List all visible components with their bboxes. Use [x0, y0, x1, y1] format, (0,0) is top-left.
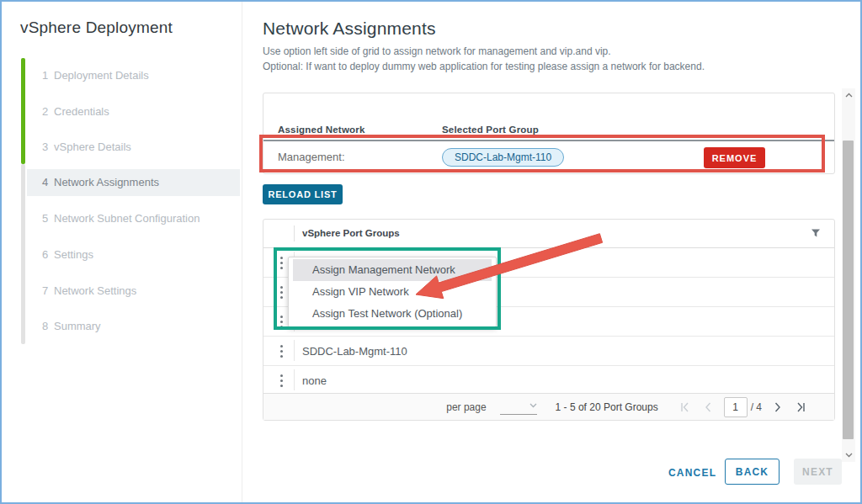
pagination-bar: per page 1 - 5 of 20 Port Groups / 4 [263, 393, 834, 420]
step-number: 5 [42, 207, 48, 231]
scrollbar-thumb[interactable] [843, 141, 854, 439]
row-divider [294, 369, 295, 390]
row-divider [294, 340, 295, 361]
step-label: Deployment Details [54, 64, 149, 88]
step-label: Network Settings [54, 279, 136, 303]
sidebar: vSphere Deployment 1 Deployment Details … [2, 2, 242, 502]
page-description-line1: Use option left side of grid to assign n… [263, 45, 611, 57]
menu-item-assign-management-network[interactable]: Assign Management Network [293, 259, 492, 281]
step-label: vSphere Details [54, 135, 131, 159]
step-label: Settings [54, 243, 93, 267]
column-header-selected-port-group: Selected Port Group [442, 125, 539, 135]
remove-button[interactable]: REMOVE [704, 147, 765, 168]
row-actions-kebab-icon[interactable] [278, 285, 286, 299]
per-page-select[interactable] [500, 400, 537, 415]
assigned-network-row: Management: SDDC-Lab-Mgmt-110 REMOVE [263, 140, 834, 173]
last-page-icon [795, 402, 806, 412]
menu-item-assign-vip-network[interactable]: Assign VIP Network [293, 281, 492, 303]
reload-list-button[interactable]: RELOAD LIST [263, 184, 343, 204]
table-row[interactable]: none [263, 365, 834, 395]
row-actions-kebab-icon[interactable] [278, 315, 286, 328]
column-header-assigned-network: Assigned Network [278, 125, 365, 135]
sidebar-item-network-subnet-configuration[interactable]: 5 Network Subnet Configuration [27, 207, 240, 231]
chevron-down-icon [529, 403, 537, 408]
row-actions-kebab-icon[interactable] [278, 344, 286, 358]
port-group-pill: SDDC-Lab-Mgmt-110 [442, 148, 564, 167]
first-page-icon [680, 402, 691, 412]
page-description-line2: Optional: If want to deploy dummy web ap… [263, 61, 705, 72]
assign-network-context-menu: Assign Management Network Assign VIP Net… [288, 257, 497, 327]
sidebar-item-deployment-details[interactable]: 1 Deployment Details [27, 64, 240, 88]
wizard-title: vSphere Deployment [20, 19, 173, 37]
step-number: 2 [42, 100, 48, 124]
assigned-network-card: Assigned Network Selected Port Group Man… [263, 93, 835, 174]
chevron-right-icon [774, 402, 782, 412]
filter-icon[interactable] [811, 228, 821, 238]
sidebar-item-settings[interactable]: 6 Settings [27, 243, 240, 267]
step-label: Network Subnet Configuration [54, 207, 200, 231]
table-row[interactable]: SDDC-Lab-Mgmt-110 [263, 336, 834, 366]
back-button[interactable]: BACK [725, 459, 780, 485]
row-actions-kebab-icon[interactable] [278, 374, 286, 387]
sidebar-item-vsphere-details[interactable]: 3 vSphere Details [27, 135, 240, 159]
step-number: 3 [42, 135, 48, 159]
row-actions-kebab-icon[interactable] [278, 256, 286, 269]
step-number: 6 [42, 243, 48, 267]
next-page-button[interactable] [771, 401, 785, 414]
wizard-window: vSphere Deployment 1 Deployment Details … [0, 0, 862, 504]
page-number-input[interactable] [724, 397, 748, 417]
step-number: 8 [42, 315, 48, 338]
network-role-label: Management: [278, 151, 345, 163]
vertical-scrollbar[interactable] [842, 88, 855, 462]
last-page-button[interactable] [793, 401, 806, 414]
port-group-name: none [302, 374, 327, 386]
next-button[interactable]: NEXT [794, 459, 842, 485]
scroll-down-button[interactable] [842, 448, 855, 462]
sidebar-item-credentials[interactable]: 2 Credentials [27, 100, 240, 124]
sidebar-item-network-settings[interactable]: 7 Network Settings [27, 279, 240, 303]
chevron-down-icon [845, 453, 853, 458]
step-number: 1 [42, 64, 48, 88]
step-label: Network Assignments [54, 169, 159, 196]
progress-bar-completed [21, 58, 25, 164]
chevron-left-icon [704, 402, 712, 412]
table-title: vSphere Port Groups [302, 228, 400, 238]
chevron-up-icon [845, 93, 853, 98]
port-group-name: SDDC-Lab-Mgmt-110 [302, 344, 407, 357]
page-title: Network Assignments [263, 19, 436, 39]
progress-bar-remaining [21, 164, 25, 344]
step-number: 4 [42, 169, 48, 196]
per-page-label: per page [446, 401, 486, 413]
step-label: Summary [54, 315, 101, 338]
step-label: Credentials [54, 100, 109, 124]
total-pages-label: / 4 [751, 401, 762, 413]
cancel-button[interactable]: CANCEL [663, 461, 712, 485]
menu-item-assign-test-network[interactable]: Assign Test Network (Optional) [293, 303, 492, 325]
sidebar-item-network-assignments[interactable]: 4 Network Assignments [27, 169, 240, 196]
header-divider [294, 225, 295, 241]
sidebar-item-summary[interactable]: 8 Summary [27, 315, 240, 338]
scroll-up-button[interactable] [842, 88, 855, 102]
step-number: 7 [42, 279, 48, 303]
first-page-button[interactable] [679, 401, 693, 414]
table-header: vSphere Port Groups [263, 220, 834, 248]
pagination-range: 1 - 5 of 20 Port Groups [556, 401, 658, 413]
prev-page-button[interactable] [701, 401, 715, 414]
